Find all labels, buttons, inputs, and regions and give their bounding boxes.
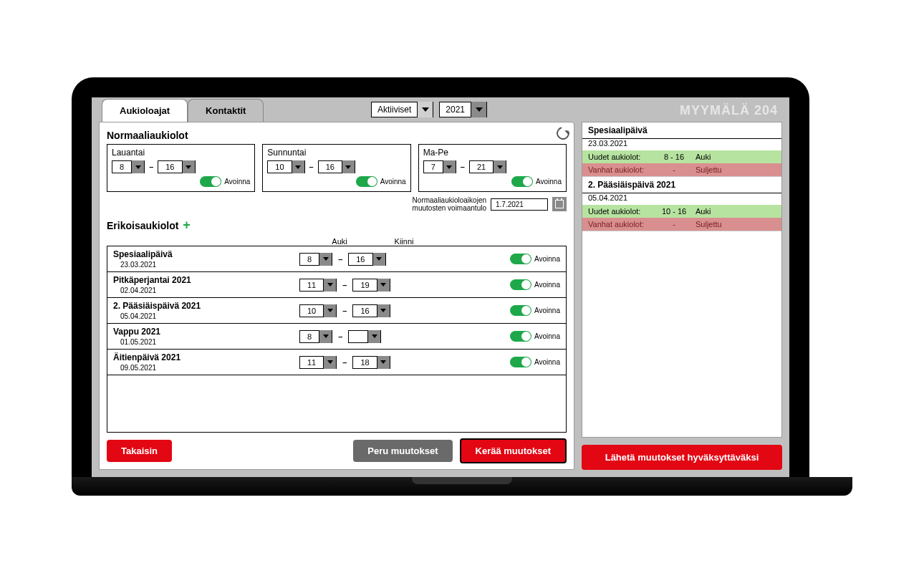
open-toggle[interactable] bbox=[510, 305, 531, 316]
time-select[interactable]: 8 bbox=[112, 160, 145, 173]
time-select[interactable]: 16 bbox=[352, 304, 390, 317]
special-date: 05.04.2021 bbox=[120, 312, 299, 320]
chevron-down-icon bbox=[493, 160, 506, 173]
special-row: Vappu 2021 01.05.2021 8 – Avoinna bbox=[107, 324, 566, 350]
open-toggle[interactable] bbox=[200, 176, 221, 187]
time-select[interactable]: 16 bbox=[348, 253, 385, 266]
day-name: Sunnuntai bbox=[267, 148, 405, 158]
toggle-label: Avoinna bbox=[534, 281, 560, 289]
chevron-down-icon bbox=[292, 160, 304, 173]
special-date: 01.05.2021 bbox=[120, 338, 299, 346]
chevron-down-icon bbox=[443, 160, 456, 173]
change-title: Spesiaalipäivä bbox=[582, 122, 781, 139]
chevron-down-icon bbox=[367, 330, 380, 343]
new-hours-line: Uudet aukiolot:8 - 16Auki bbox=[582, 150, 781, 163]
time-select[interactable]: 16 bbox=[318, 160, 355, 173]
toggle-label: Avoinna bbox=[534, 307, 560, 314]
time-select[interactable] bbox=[348, 330, 381, 343]
day-box: Ma-Pe 7 – 21 Avoinna bbox=[418, 144, 567, 192]
open-toggle[interactable] bbox=[510, 279, 531, 290]
changes-panel: Spesiaalipäivä 23.03.2021 Uudet aukiolot… bbox=[582, 122, 782, 438]
time-select[interactable]: 8 bbox=[299, 253, 332, 266]
special-date: 09.05.2021 bbox=[120, 364, 299, 372]
time-select[interactable]: 16 bbox=[158, 160, 195, 173]
day-box: Sunnuntai 10 – 16 Avoinna bbox=[262, 144, 410, 192]
chevron-down-icon bbox=[323, 279, 336, 292]
change-title: 2. Pääsiäispäivä 2021 bbox=[582, 177, 781, 193]
special-date: 02.04.2021 bbox=[120, 286, 299, 294]
old-hours-line: Vanhat aukiolot:-Suljettu bbox=[582, 163, 781, 176]
special-row: Pitkäperjantai 2021 02.04.2021 11 – 19 A… bbox=[107, 272, 566, 298]
toggle-label: Avoinna bbox=[380, 178, 406, 186]
special-hours-title: Erikoisaukiolot bbox=[107, 220, 178, 231]
year-value: 2021 bbox=[440, 105, 471, 115]
chevron-down-icon bbox=[319, 253, 332, 266]
special-hours-list: Spesiaalipäivä 23.03.2021 8 – 16 Avoinna… bbox=[107, 246, 567, 433]
collect-button[interactable]: Kerää muutokset bbox=[460, 438, 567, 463]
chevron-down-icon bbox=[471, 102, 486, 117]
toggle-label: Avoinna bbox=[534, 358, 560, 366]
send-button[interactable]: Lähetä muutokset hyväksyttäväksi bbox=[582, 445, 782, 470]
time-select[interactable]: 19 bbox=[352, 279, 390, 292]
chevron-down-icon bbox=[323, 304, 336, 317]
chevron-down-icon bbox=[342, 160, 355, 173]
chevron-down-icon bbox=[417, 102, 433, 117]
special-row: Äitienpäivä 2021 09.05.2021 11 – 18 Avoi… bbox=[107, 350, 566, 375]
main-panel: Normaaliaukiolot Lauantai 8 – 16 Avoinna… bbox=[99, 122, 574, 470]
toggle-label: Avoinna bbox=[534, 255, 560, 263]
change-block: Spesiaalipäivä 23.03.2021 Uudet aukiolot… bbox=[582, 122, 781, 177]
top-bar: Aukioloajat Kontaktit Aktiiviset 2021 MY… bbox=[92, 97, 789, 122]
app-screen: Aukioloajat Kontaktit Aktiiviset 2021 MY… bbox=[92, 97, 789, 477]
change-date: 05.04.2021 bbox=[582, 193, 781, 205]
effective-date-input[interactable]: 1.7.2021 bbox=[491, 198, 548, 211]
change-block: 2. Pääsiäispäivä 2021 05.04.2021 Uudet a… bbox=[582, 177, 781, 231]
back-button[interactable]: Takaisin bbox=[107, 440, 172, 462]
day-name: Lauantai bbox=[112, 148, 250, 158]
cancel-button[interactable]: Peru muutokset bbox=[353, 440, 452, 462]
chevron-down-icon bbox=[319, 330, 332, 343]
time-select[interactable]: 21 bbox=[469, 160, 506, 173]
special-row: 2. Pääsiäispäivä 2021 05.04.2021 10 – 16… bbox=[107, 298, 566, 324]
new-hours-line: Uudet aukiolot:10 - 16Auki bbox=[582, 205, 781, 218]
calendar-icon[interactable] bbox=[552, 197, 567, 211]
open-toggle[interactable] bbox=[511, 176, 533, 187]
toggle-label: Avoinna bbox=[534, 332, 560, 340]
open-toggle[interactable] bbox=[356, 176, 377, 187]
time-select[interactable]: 18 bbox=[352, 356, 390, 369]
tab-opening-hours[interactable]: Aukioloajat bbox=[102, 99, 188, 122]
time-select[interactable]: 10 bbox=[267, 160, 304, 173]
old-hours-line: Vanhat aukiolot:-Suljettu bbox=[582, 218, 781, 231]
change-date: 23.03.2021 bbox=[582, 139, 781, 150]
filter-dropdown[interactable]: Aktiiviset bbox=[371, 102, 433, 117]
time-select[interactable]: 11 bbox=[299, 279, 337, 292]
year-dropdown[interactable]: 2021 bbox=[439, 102, 487, 117]
time-select[interactable]: 10 bbox=[299, 304, 337, 317]
chevron-down-icon bbox=[182, 160, 195, 173]
tab-contacts[interactable]: Kontaktit bbox=[188, 99, 264, 122]
chevron-down-icon bbox=[377, 279, 390, 292]
open-toggle[interactable] bbox=[510, 357, 531, 367]
open-toggle[interactable] bbox=[510, 254, 531, 264]
time-select[interactable]: 8 bbox=[299, 330, 332, 343]
store-title: MYYMÄLÄ 204 bbox=[680, 103, 778, 118]
chevron-down-icon bbox=[377, 356, 390, 369]
day-name: Ma-Pe bbox=[423, 148, 562, 158]
normal-hours-title: Normaaliaukiolot bbox=[107, 130, 567, 141]
chevron-down-icon bbox=[377, 304, 390, 317]
time-select[interactable]: 7 bbox=[423, 160, 456, 173]
special-name: Spesiaalipäivä bbox=[113, 249, 299, 259]
col-close: Kiinni bbox=[372, 237, 436, 246]
laptop-base bbox=[72, 477, 852, 496]
laptop-frame: Aukioloajat Kontaktit Aktiiviset 2021 MY… bbox=[72, 77, 809, 477]
special-name: Vappu 2021 bbox=[113, 327, 299, 337]
open-toggle[interactable] bbox=[510, 331, 531, 342]
chevron-down-icon bbox=[372, 253, 385, 266]
filter-value: Aktiiviset bbox=[372, 105, 417, 115]
special-date: 23.03.2021 bbox=[120, 261, 299, 269]
effective-label: Normaaliaukioloaikojen muutosten voimaan… bbox=[413, 196, 486, 212]
col-open: Auki bbox=[307, 237, 372, 246]
add-special-icon[interactable]: + bbox=[183, 218, 191, 233]
time-select[interactable]: 11 bbox=[299, 356, 337, 369]
chevron-down-icon bbox=[131, 160, 144, 173]
toggle-label: Avoinna bbox=[224, 178, 250, 186]
